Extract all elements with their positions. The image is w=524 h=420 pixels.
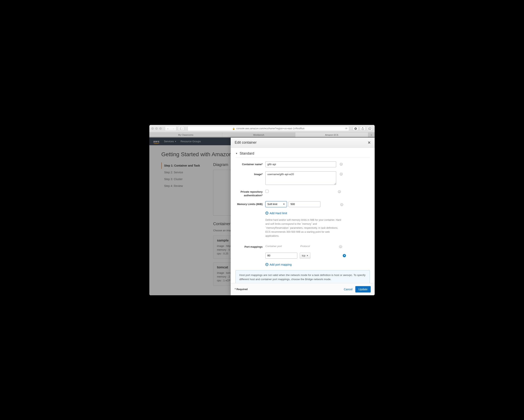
plus-icon: +: [265, 212, 268, 214]
image-input[interactable]: username/giftr-api-w20: [265, 171, 336, 185]
port-mappings-label: Port mappings: [236, 244, 265, 249]
required-note: * Required: [235, 288, 248, 291]
section-label: Standard: [240, 151, 254, 156]
info-icon[interactable]: ⓘ: [338, 190, 341, 194]
memory-label: Memory Limits (MiB): [236, 201, 265, 206]
collapse-caret-icon: ▼: [236, 152, 238, 154]
lock-icon: 🔒: [232, 127, 235, 130]
forward-button[interactable]: ›: [171, 126, 176, 131]
protocol-select[interactable]: tcp ▼: [300, 253, 310, 259]
update-button[interactable]: Update: [355, 286, 371, 292]
memory-type-select[interactable]: Soft limit ▼: [265, 201, 287, 207]
url-text: console.aws.amazon.com/ecs/home?region=u…: [236, 127, 305, 130]
sidebar-toggle[interactable]: [178, 126, 184, 131]
browser-window: ‹ › 🔒 console.aws.amazon.com/ecs/home?re…: [149, 125, 375, 295]
protocol-header: Protocol: [300, 245, 318, 248]
private-repo-label: Private repository authentication*: [236, 189, 265, 197]
window-controls: [151, 127, 162, 130]
caret-icon: ▼: [283, 203, 285, 205]
container-name-input[interactable]: [265, 161, 336, 167]
cancel-button[interactable]: Cancel: [344, 288, 352, 291]
section-standard[interactable]: ▼ Standard: [236, 151, 370, 158]
maximize-dot[interactable]: [159, 127, 162, 130]
private-repo-checkbox[interactable]: [265, 190, 269, 193]
nav-buttons: ‹ ›: [165, 126, 176, 131]
tabs-icon[interactable]: [367, 126, 373, 131]
info-icon[interactable]: ⓘ: [340, 203, 343, 207]
info-icon[interactable]: ⓘ: [340, 172, 342, 176]
titlebar: ‹ › 🔒 console.aws.amazon.com/ecs/home?re…: [149, 125, 375, 132]
svg-rect-0: [180, 128, 183, 130]
modal-footer: * Required Cancel Update: [231, 283, 375, 295]
close-icon[interactable]: ✕: [368, 140, 371, 145]
plus-icon: +: [265, 263, 268, 266]
modal-title: Edit container: [235, 140, 257, 145]
modal-body: ▼ Standard Container name* ⓘ Image* user…: [231, 148, 375, 283]
image-label: Image*: [236, 171, 265, 176]
caret-icon: ▼: [306, 255, 308, 257]
container-name-label: Container name*: [236, 161, 265, 166]
add-port-mapping-link[interactable]: + Add port mapping: [265, 263, 292, 266]
info-icon[interactable]: ⓘ: [340, 163, 342, 166]
svg-rect-4: [369, 128, 371, 129]
minimize-dot[interactable]: [155, 127, 158, 130]
back-button[interactable]: ‹: [165, 126, 171, 131]
url-bar[interactable]: 🔒 console.aws.amazon.com/ecs/home?region…: [188, 126, 349, 131]
modal-header: Edit container ✕: [231, 138, 375, 148]
add-hard-limit-link[interactable]: + Add Hard limit: [265, 212, 287, 215]
info-icon[interactable]: ⓘ: [339, 245, 342, 249]
remove-port-icon[interactable]: ✕: [343, 254, 346, 257]
memory-help-text: Define hard and/or soft memory limits in…: [265, 218, 341, 238]
reload-icon[interactable]: ⟳: [345, 127, 347, 130]
edit-container-modal: Edit container ✕ ▼ Standard Container na…: [231, 138, 375, 295]
close-dot[interactable]: [151, 127, 154, 130]
container-port-header: Container port: [265, 245, 300, 248]
port-mapping-info-box: Host port mappings are not valid when th…: [236, 270, 370, 283]
share-icon[interactable]: [360, 126, 366, 131]
container-port-input[interactable]: [265, 253, 297, 259]
download-icon[interactable]: [353, 126, 358, 131]
toolbar-icons: [353, 126, 373, 131]
memory-value-input[interactable]: [288, 201, 320, 207]
